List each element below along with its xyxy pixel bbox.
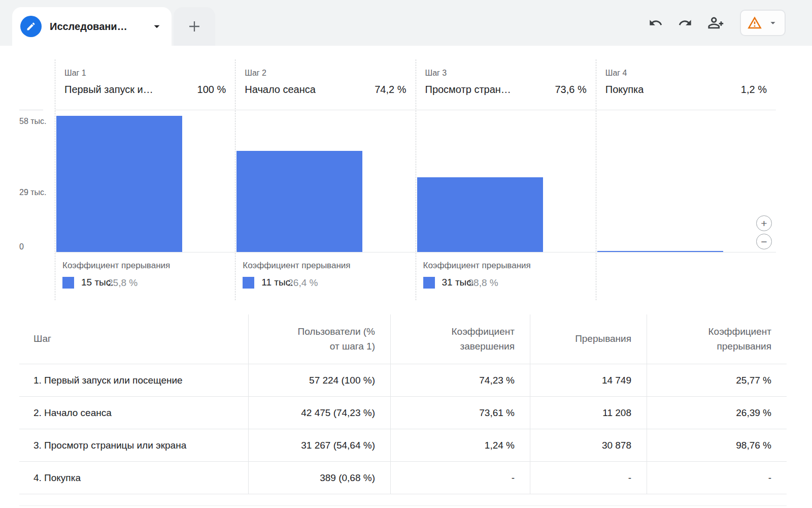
- abandonment-count: 15 тыс.: [81, 277, 114, 288]
- step-plot: [55, 110, 235, 252]
- abandonments-cell: 30 878: [530, 429, 647, 462]
- share-button[interactable]: [707, 14, 725, 31]
- next-row-divider: [19, 505, 787, 506]
- step-header: Шаг 2 Начало сеанса 74,2 %: [235, 59, 415, 110]
- step-percent: 1,2 %: [741, 84, 767, 96]
- users-cell: 389 (0,68 %): [249, 462, 391, 494]
- abandonment-rate-cell: 98,76 %: [647, 429, 787, 462]
- step-name: Просмотр стран…: [425, 84, 511, 96]
- legend-swatch: [423, 277, 435, 289]
- step-name: Начало сеанса: [245, 84, 316, 96]
- step-percent: 100 %: [197, 84, 226, 96]
- abandonment-section: Коэффициент прерывания 26,4 % 11 тыс.: [235, 252, 415, 300]
- y-axis-tick: [19, 110, 43, 110]
- funnel-chart: Шаг 1 Первый запуск и… 100 % Коэффициент…: [55, 59, 776, 300]
- step-cell: 4. Покупка: [19, 462, 249, 494]
- redo-icon: [678, 16, 692, 30]
- funnel-bar[interactable]: [597, 251, 723, 252]
- chevron-down-icon[interactable]: [150, 20, 163, 33]
- completion-cell: 1,24 %: [391, 429, 530, 462]
- legend-swatch: [243, 277, 254, 289]
- step-label: Шаг 3: [425, 69, 587, 78]
- abandonments-cell: 14 749: [530, 364, 647, 397]
- step-percent: 73,6 %: [555, 84, 586, 96]
- completion-cell: 74,23 %: [391, 364, 530, 397]
- step-label: Шаг 1: [64, 69, 226, 78]
- funnel-step-1: Шаг 1 Первый запуск и… 100 % Коэффициент…: [55, 59, 235, 300]
- funnel-step-3: Шаг 3 Просмотр стран… 73,6 % Коэффициент…: [416, 59, 596, 300]
- abandonment-count: 11 тыс.: [261, 277, 293, 288]
- step-label: Шаг 2: [245, 69, 406, 78]
- warning-icon: [747, 15, 762, 30]
- column-header-abandonments: Прерывания: [530, 314, 647, 364]
- abandonment-section: Коэффициент прерывания 98,8 % 31 тыс.: [416, 252, 596, 300]
- abandonments-cell: 11 208: [530, 397, 647, 429]
- step-cell: 3. Просмотр страницы или экрана: [19, 429, 249, 462]
- abandonment-count: 31 тыс.: [442, 277, 475, 288]
- funnel-bar[interactable]: [56, 116, 182, 252]
- abandonment-section-empty: [596, 252, 776, 300]
- step-cell: 1. Первый запуск или посещение: [19, 364, 249, 397]
- abandonment-title: Коэффициент прерывания: [62, 261, 226, 271]
- funnel-step-2: Шаг 2 Начало сеанса 74,2 % Коэффициент п…: [235, 59, 415, 300]
- step-percent: 74,2 %: [375, 84, 406, 96]
- step-header: Шаг 3 Просмотр стран… 73,6 %: [416, 59, 596, 110]
- plus-icon: [186, 18, 203, 35]
- completion-cell: 73,61 %: [391, 397, 530, 429]
- y-axis-label: 29 тыс.: [19, 188, 47, 197]
- users-cell: 57 224 (100 %): [249, 364, 391, 397]
- new-tab-button[interactable]: [174, 7, 215, 46]
- redo-button[interactable]: [678, 16, 692, 30]
- zoom-in-button[interactable]: +: [756, 215, 772, 231]
- tab-bar: Исследовани…: [0, 0, 812, 46]
- column-header-completion-rate: Коэффициент завершения: [391, 314, 530, 364]
- column-header-users: Пользователи (% от шага 1): [249, 314, 391, 364]
- abandonment-rate-cell: 26,39 %: [647, 397, 787, 429]
- step-plot: [235, 110, 415, 252]
- zoom-out-button[interactable]: −: [756, 234, 772, 249]
- step-header: Шаг 4 Покупка 1,2 %: [596, 59, 776, 110]
- undo-button[interactable]: [649, 16, 663, 30]
- column-header-step: Шаг: [19, 314, 249, 364]
- plus-icon: +: [761, 218, 767, 229]
- y-axis-label: 58 тыс.: [19, 117, 47, 126]
- undo-icon: [649, 16, 663, 30]
- abandonments-cell: -: [530, 462, 647, 494]
- step-plot: [416, 110, 596, 252]
- warnings-button[interactable]: [740, 10, 786, 36]
- users-cell: 42 475 (74,23 %): [249, 397, 391, 429]
- funnel-table: Шаг Пользователи (% от шага 1) Коэффицие…: [19, 314, 787, 494]
- funnel-bar[interactable]: [236, 151, 362, 252]
- exploration-tab[interactable]: Исследовани…: [12, 7, 172, 46]
- edit-icon: [20, 16, 42, 37]
- chevron-down-icon: [767, 17, 779, 28]
- abandonment-title: Коэффициент прерывания: [243, 261, 406, 271]
- step-plot: [596, 110, 776, 252]
- step-name: Покупка: [605, 84, 644, 96]
- legend-swatch: [62, 277, 74, 289]
- column-header-abandonment-rate: Коэффициент прерывания: [647, 314, 787, 364]
- abandonment-rate-cell: -: [647, 462, 787, 494]
- step-header: Шаг 1 Первый запуск и… 100 %: [55, 59, 235, 110]
- completion-cell: -: [391, 462, 530, 494]
- toolbar: [649, 0, 786, 46]
- users-cell: 31 267 (54,64 %): [249, 429, 391, 462]
- step-cell: 2. Начало сеанса: [19, 397, 249, 429]
- y-axis-label: 0: [19, 242, 24, 251]
- abandonment-section: Коэффициент прерывания 25,8 % 15 тыс.: [55, 252, 235, 300]
- abandonment-rate-cell: 25,77 %: [647, 364, 787, 397]
- funnel-step-4: Шаг 4 Покупка 1,2 %: [596, 59, 776, 300]
- abandonment-title: Коэффициент прерывания: [423, 261, 587, 271]
- tab-title: Исследовани…: [50, 21, 127, 33]
- step-label: Шаг 4: [605, 69, 767, 78]
- zoom-controls: + −: [756, 215, 772, 249]
- person-add-icon: [707, 14, 725, 31]
- minus-icon: −: [761, 236, 767, 247]
- funnel-bar[interactable]: [417, 177, 543, 252]
- step-name: Первый запуск и…: [64, 84, 153, 96]
